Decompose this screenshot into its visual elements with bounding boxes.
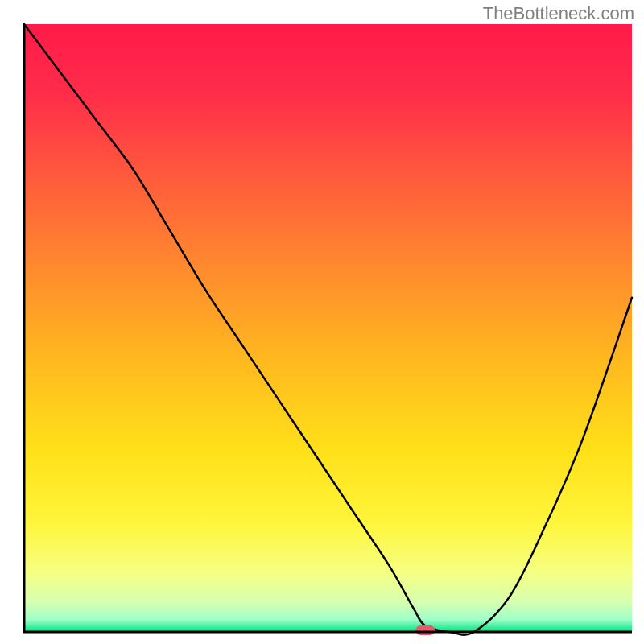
chart-container: TheBottleneck.com (0, 0, 644, 644)
svg-rect-0 (24, 24, 632, 632)
chart-svg (0, 0, 644, 644)
watermark-label: TheBottleneck.com (483, 3, 634, 24)
optimal-point-marker (415, 625, 435, 635)
